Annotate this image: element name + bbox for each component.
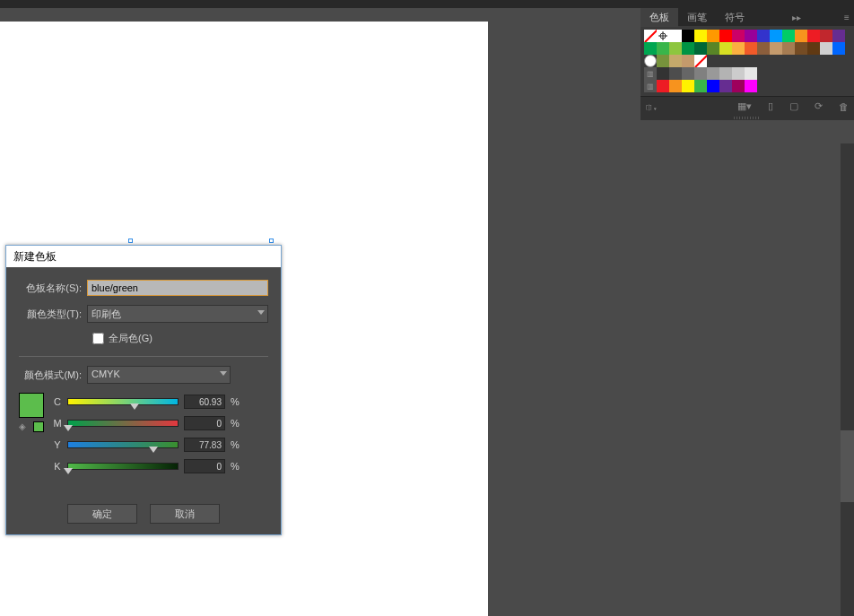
yellow-slider[interactable]	[67, 441, 179, 448]
color-swatch[interactable]	[795, 30, 807, 42]
color-swatch[interactable]	[782, 42, 795, 55]
color-swatch[interactable]	[682, 55, 694, 67]
black-slider[interactable]	[67, 463, 179, 470]
swatch-folder-icon[interactable]: ▥	[644, 80, 657, 92]
color-swatch[interactable]	[719, 30, 732, 42]
slider-thumb[interactable]	[130, 403, 139, 410]
color-swatch[interactable]	[669, 67, 682, 80]
yellow-value-input[interactable]	[184, 438, 225, 452]
panel-tab-bar: 色板 画笔 符号 ▸▸ ≡	[640, 8, 854, 26]
color-swatch[interactable]	[669, 55, 682, 67]
slider-thumb[interactable]	[64, 425, 73, 431]
cube-icon[interactable]: ◈	[19, 421, 30, 432]
color-swatch[interactable]	[682, 30, 694, 42]
color-swatch[interactable]	[682, 80, 694, 92]
color-swatch[interactable]	[757, 30, 770, 42]
magenta-value-input[interactable]	[184, 416, 225, 430]
color-mode-section: 颜色模式(M): CMYK ◈ C	[19, 356, 268, 473]
color-swatch[interactable]	[757, 42, 770, 55]
color-swatch[interactable]	[669, 30, 682, 42]
color-swatch[interactable]	[719, 42, 732, 55]
new-swatch-icon[interactable]: ⟳	[815, 100, 823, 112]
color-swatch[interactable]	[657, 42, 669, 55]
color-swatch[interactable]	[807, 30, 820, 42]
color-swatch[interactable]	[770, 42, 782, 55]
color-swatch[interactable]	[707, 30, 719, 42]
selection-handle[interactable]	[128, 239, 133, 243]
color-swatch[interactable]	[707, 42, 719, 55]
color-swatch[interactable]	[732, 67, 745, 80]
show-swatch-kinds-icon[interactable]: ▦▾	[737, 100, 752, 112]
percent-unit: %	[231, 461, 238, 472]
color-swatch[interactable]	[832, 30, 845, 42]
color-swatch[interactable]	[732, 30, 745, 42]
color-preview-large	[19, 393, 44, 418]
color-swatch[interactable]	[820, 42, 832, 55]
color-swatch[interactable]	[694, 67, 707, 80]
color-swatch[interactable]	[657, 80, 669, 92]
color-swatch[interactable]	[657, 67, 669, 80]
color-swatch[interactable]	[732, 80, 745, 92]
tab-symbols[interactable]: 符号	[716, 8, 754, 27]
color-swatch[interactable]	[745, 30, 757, 42]
swatch-folder-icon[interactable]: ▥	[644, 67, 657, 80]
color-swatch[interactable]	[694, 80, 707, 92]
black-value-input[interactable]	[184, 459, 225, 473]
panel-collapse-icon[interactable]: ▸▸	[783, 13, 810, 22]
swatch-empty[interactable]	[644, 55, 657, 67]
color-mode-label: 颜色模式(M):	[19, 369, 87, 382]
scrollbar-thumb[interactable]	[841, 430, 854, 502]
swatch-name-input[interactable]	[87, 280, 268, 296]
color-swatch[interactable]	[669, 80, 682, 92]
global-color-row: 全局色(G)	[19, 332, 268, 345]
color-swatch[interactable]	[694, 30, 707, 42]
selection-handle[interactable]	[269, 239, 274, 243]
global-color-checkbox[interactable]	[92, 333, 104, 344]
color-swatch[interactable]	[745, 42, 757, 55]
color-swatch[interactable]	[732, 42, 745, 55]
delete-swatch-icon[interactable]: 🗑	[839, 101, 849, 112]
new-color-group-icon[interactable]: ▢	[789, 100, 798, 112]
dialog-title[interactable]: 新建色板	[6, 246, 281, 267]
cancel-button[interactable]: 取消	[150, 504, 220, 524]
swatch-libraries-icon[interactable]: ⎅▾	[646, 101, 658, 112]
color-swatch[interactable]	[770, 30, 782, 42]
panel-resize-handle[interactable]	[640, 116, 854, 120]
percent-unit: %	[231, 418, 238, 429]
vertical-scrollbar[interactable]	[841, 143, 854, 616]
slider-thumb[interactable]	[64, 468, 73, 474]
color-swatch[interactable]	[707, 80, 719, 92]
color-swatch[interactable]	[644, 42, 657, 55]
color-swatch[interactable]	[745, 67, 757, 80]
cyan-value-input[interactable]	[184, 395, 225, 409]
color-swatch[interactable]	[707, 67, 719, 80]
color-swatch[interactable]	[719, 67, 732, 80]
color-swatch[interactable]	[669, 42, 682, 55]
color-swatch[interactable]	[820, 30, 832, 42]
color-swatch[interactable]	[745, 80, 757, 92]
color-swatch[interactable]	[657, 55, 669, 67]
swatch-options-icon[interactable]: ▯	[768, 100, 773, 112]
color-swatch[interactable]	[782, 30, 795, 42]
color-preview-small	[33, 421, 44, 432]
color-mode-select[interactable]: CMYK	[87, 366, 231, 384]
color-swatch[interactable]	[832, 42, 845, 55]
swatch-none[interactable]	[644, 30, 657, 42]
panel-footer: ⎅▾ ▦▾ ▯ ▢ ⟳ 🗑	[640, 96, 854, 116]
tab-brushes[interactable]: 画笔	[678, 8, 716, 27]
tab-swatches[interactable]: 色板	[640, 8, 678, 27]
color-swatch[interactable]	[682, 67, 694, 80]
color-swatch[interactable]	[694, 42, 707, 55]
ok-button[interactable]: 确定	[67, 504, 137, 524]
color-type-select[interactable]: 印刷色	[87, 305, 268, 323]
slider-thumb[interactable]	[149, 447, 158, 453]
panel-menu-icon[interactable]: ≡	[840, 13, 854, 22]
color-swatch[interactable]	[807, 42, 820, 55]
swatch-registration[interactable]	[657, 30, 669, 42]
color-swatch[interactable]	[719, 80, 732, 92]
magenta-slider[interactable]	[67, 420, 179, 427]
swatch-none[interactable]	[694, 55, 707, 67]
cyan-slider[interactable]	[67, 398, 179, 405]
color-swatch[interactable]	[795, 42, 807, 55]
color-swatch[interactable]	[682, 42, 694, 55]
